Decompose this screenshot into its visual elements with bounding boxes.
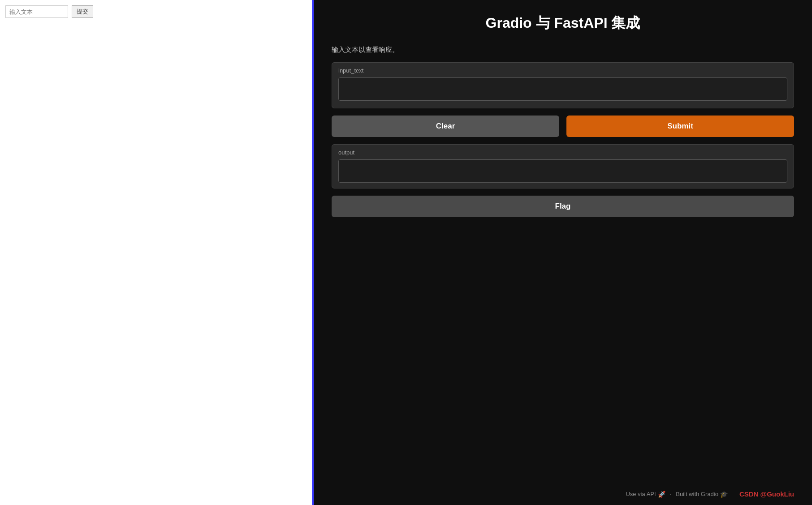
use-api-label: Use via API: [626, 491, 656, 497]
output-section: output: [332, 144, 794, 188]
output-box: [338, 159, 787, 183]
left-text-input[interactable]: [5, 5, 68, 18]
input-field-label: input_text: [338, 67, 787, 74]
output-field-label: output: [338, 149, 787, 156]
clear-button[interactable]: Clear: [332, 116, 559, 137]
input-section: input_text: [332, 62, 794, 108]
gradio-icon: 🎓: [720, 491, 728, 498]
built-with-label: Built with Gradio: [676, 491, 718, 497]
footer-separator: ·: [670, 491, 672, 497]
page-title: Gradio 与 FastAPI 集成: [332, 13, 794, 33]
page-subtitle: 输入文本以查看响应。: [332, 46, 794, 54]
built-with-link[interactable]: Built with Gradio 🎓: [676, 491, 728, 498]
input-text-area[interactable]: [338, 77, 787, 101]
button-row: Clear Submit: [332, 116, 794, 137]
right-panel: Gradio 与 FastAPI 集成 输入文本以查看响应。 input_tex…: [314, 0, 812, 505]
footer: Use via API 🚀 · Built with Gradio 🎓 CSDN…: [626, 490, 794, 498]
left-top-row: 提交: [5, 5, 307, 18]
left-panel: 提交: [0, 0, 314, 505]
csdn-branding: CSDN @GuokLiu: [739, 490, 794, 498]
left-submit-button[interactable]: 提交: [72, 5, 93, 18]
submit-button[interactable]: Submit: [566, 116, 794, 137]
use-api-link[interactable]: Use via API 🚀: [626, 491, 665, 498]
api-icon: 🚀: [658, 491, 665, 498]
flag-button[interactable]: Flag: [332, 196, 794, 217]
